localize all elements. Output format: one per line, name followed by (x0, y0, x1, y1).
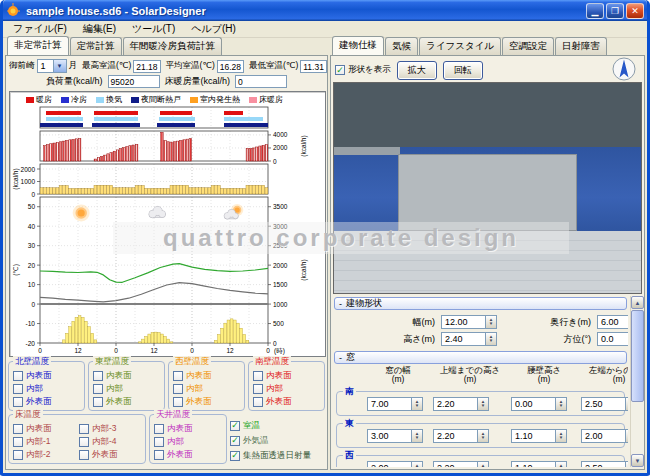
checkbox-floor-temp-3-box[interactable] (79, 437, 89, 447)
checkbox-floor-temp-3[interactable]: 内部-4 (79, 435, 143, 448)
spinner-south-0-buttons[interactable]: ▲▼ (411, 398, 422, 410)
checkbox-ceiling-temp-0-box[interactable] (154, 424, 164, 434)
spinner-width-buttons[interactable]: ▲▼ (485, 316, 496, 328)
spinner-east-1-buttons[interactable]: ▲▼ (477, 430, 488, 442)
show-shape-checkbox[interactable]: ✓ 形状を表示 (335, 64, 391, 77)
checkbox-ceiling-temp-2-box[interactable] (154, 450, 164, 460)
spinner-west-3-buttons[interactable]: ▲▼ (625, 462, 628, 467)
month-select[interactable]: 1 ▼ (37, 59, 67, 73)
tab-steady-calc[interactable]: 定常計算 (70, 37, 122, 55)
checkbox-outdoor-temp-box[interactable]: ✓ (230, 436, 240, 446)
spinner-south-1-down-button[interactable]: ▼ (481, 404, 485, 409)
checkbox-ceiling-temp-2[interactable]: 外表面 (154, 448, 224, 461)
checkbox-west-wall-temp-1[interactable]: 内部 (173, 382, 242, 395)
checkbox-floor-temp-0-box[interactable] (13, 424, 23, 434)
checkbox-north-wall-temp-0-box[interactable] (13, 371, 23, 381)
checkbox-ceiling-temp-1-box[interactable] (154, 437, 164, 447)
checkbox-floor-temp-2[interactable]: 内部-1 (13, 435, 77, 448)
scrollbar-thumb[interactable] (631, 310, 644, 402)
tab-solar-obstruction[interactable]: 日射障害 (555, 37, 607, 55)
checkbox-east-wall-temp-2-box[interactable] (93, 397, 103, 407)
checkbox-north-wall-temp-2[interactable]: 外表面 (13, 395, 82, 408)
tab-climate[interactable]: 気候 (385, 37, 418, 55)
spinner-height-down-button[interactable]: ▼ (489, 339, 493, 344)
checkbox-north-wall-temp-1-box[interactable] (13, 384, 23, 394)
spinner-south-3-buttons[interactable]: ▲▼ (625, 398, 628, 410)
zoom-button[interactable]: 拡大 (397, 61, 437, 80)
checkbox-south-wall-temp-0-box[interactable] (253, 371, 263, 381)
checkbox-collector-solar-box[interactable]: ✓ (230, 451, 240, 461)
tab-unsteady-calc[interactable]: 非定常計算 (7, 36, 69, 55)
spinner-east-2[interactable]: 1.10▲▼ (511, 429, 567, 443)
tab-lifestyle[interactable]: ライフスタイル (419, 37, 501, 55)
menu-item-help[interactable]: ヘルプ(H) (183, 21, 244, 37)
checkbox-room-temp[interactable]: ✓室温 (230, 419, 325, 432)
tab-hvac[interactable]: 空調設定 (502, 37, 554, 55)
spinner-south-2[interactable]: 0.00▲▼ (511, 397, 567, 411)
spinner-azimuth[interactable]: 0.0▲▼ (597, 332, 628, 346)
checkbox-south-wall-temp-1-box[interactable] (253, 384, 263, 394)
spinner-south-1-buttons[interactable]: ▲▼ (477, 398, 488, 410)
spinner-west-0-buttons[interactable]: ▲▼ (411, 462, 422, 467)
spinner-east-3-buttons[interactable]: ▲▼ (625, 430, 628, 442)
spinner-east-0[interactable]: 3.00▲▼ (367, 429, 423, 443)
checkbox-floor-temp-5[interactable]: 外表面 (79, 448, 143, 461)
building-3d-view[interactable] (333, 82, 642, 294)
checkbox-floor-temp-2-box[interactable] (13, 437, 23, 447)
checkbox-east-wall-temp-2[interactable]: 外表面 (93, 395, 162, 408)
show-shape-checkbox-box[interactable]: ✓ (335, 65, 345, 75)
spinner-east-0-down-button[interactable]: ▼ (415, 436, 419, 441)
scrollbar-up-button[interactable]: ▲ (631, 296, 644, 309)
checkbox-south-wall-temp-2-box[interactable] (253, 397, 263, 407)
spinner-south-2-down-button[interactable]: ▼ (559, 404, 563, 409)
checkbox-ceiling-temp-1[interactable]: 内部 (154, 435, 224, 448)
checkbox-west-wall-temp-0-box[interactable] (173, 371, 183, 381)
spinner-south-2-buttons[interactable]: ▲▼ (555, 398, 566, 410)
checkbox-floor-temp-4[interactable]: 内部-2 (13, 448, 77, 461)
rotate-button[interactable]: 回転 (443, 61, 483, 80)
maximize-button[interactable]: ❐ (606, 3, 624, 19)
spinner-width[interactable]: 12.00▲▼ (441, 315, 497, 329)
spinner-east-1-down-button[interactable]: ▼ (481, 436, 485, 441)
dropdown-arrow-icon[interactable]: ▼ (53, 60, 66, 72)
vertical-scrollbar[interactable]: ▲ ▼ (630, 296, 644, 467)
spinner-depth[interactable]: 6.00▲▼ (597, 315, 628, 329)
spinner-height-buttons[interactable]: ▲▼ (485, 333, 496, 345)
checkbox-south-wall-temp-1[interactable]: 内部 (253, 382, 322, 395)
checkbox-floor-temp-0[interactable]: 内表面 (13, 422, 77, 435)
checkbox-west-wall-temp-0[interactable]: 内表面 (173, 369, 242, 382)
tab-building-spec[interactable]: 建物仕様 (332, 36, 384, 55)
spinner-south-0[interactable]: 7.00▲▼ (367, 397, 423, 411)
menu-item-file[interactable]: ファイル(F) (5, 21, 75, 37)
checkbox-north-wall-temp-1[interactable]: 内部 (13, 382, 82, 395)
checkbox-outdoor-temp[interactable]: ✓外気温 (230, 434, 325, 447)
minimize-button[interactable]: ▁ (586, 3, 604, 19)
checkbox-floor-temp-5-box[interactable] (79, 450, 89, 460)
spinner-east-2-buttons[interactable]: ▲▼ (555, 430, 566, 442)
spinner-east-2-down-button[interactable]: ▼ (559, 436, 563, 441)
spinner-south-3[interactable]: 2.50▲▼ (581, 397, 628, 411)
checkbox-east-wall-temp-0[interactable]: 内表面 (93, 369, 162, 382)
checkbox-collector-solar[interactable]: ✓集熱面透過日射量 (230, 449, 325, 462)
collapse-toggle-icon[interactable]: - (339, 353, 342, 363)
checkbox-south-wall-temp-2[interactable]: 外表面 (253, 395, 322, 408)
spinner-east-0-buttons[interactable]: ▲▼ (411, 430, 422, 442)
tab-annual-load-calc[interactable]: 年間暖冷房負荷計算 (123, 37, 223, 55)
close-button[interactable]: ✕ (626, 3, 644, 19)
checkbox-west-wall-temp-1-box[interactable] (173, 384, 183, 394)
checkbox-north-wall-temp-0[interactable]: 内表面 (13, 369, 82, 382)
title-bar[interactable]: sample house.sd6 - SolarDesigner ▁ ❐ ✕ (3, 0, 647, 21)
spinner-height[interactable]: 2.40▲▼ (441, 332, 497, 346)
checkbox-west-wall-temp-2-box[interactable] (173, 397, 183, 407)
spinner-south-0-down-button[interactable]: ▼ (415, 404, 419, 409)
checkbox-east-wall-temp-0-box[interactable] (93, 371, 103, 381)
menu-item-edit[interactable]: 編集(E) (75, 21, 124, 37)
spinner-west-1[interactable]: 2.20▲▼ (433, 461, 489, 467)
scrollbar-down-button[interactable]: ▼ (631, 454, 644, 467)
checkbox-floor-temp-4-box[interactable] (13, 450, 23, 460)
spinner-west-3[interactable]: 2.50▲▼ (581, 461, 628, 467)
checkbox-south-wall-temp-0[interactable]: 内表面 (253, 369, 322, 382)
checkbox-floor-temp-1[interactable]: 内部-3 (79, 422, 143, 435)
spinner-west-0[interactable]: 2.00▲▼ (367, 461, 423, 467)
checkbox-east-wall-temp-1-box[interactable] (93, 384, 103, 394)
